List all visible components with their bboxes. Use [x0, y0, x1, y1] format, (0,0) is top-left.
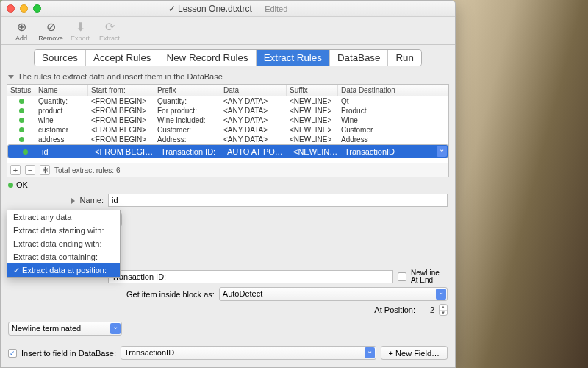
export-icon: ⬇: [76, 20, 85, 35]
add-row-button[interactable]: +: [10, 165, 21, 175]
remove-button[interactable]: ⊘ Remove: [36, 20, 65, 42]
col-header[interactable]: Status: [7, 85, 35, 96]
table-row[interactable]: product<FROM BEGIN>For product:<ANY DATA…: [7, 106, 448, 116]
tab-accept-rules[interactable]: Accept Rules: [86, 50, 159, 66]
newline-at-end-label: NewLine At End: [411, 269, 448, 284]
no-entry-icon: ⊘: [46, 20, 56, 35]
window-title: ✓ Lesson One.dtxtrct — Edited: [1, 4, 455, 14]
rule-count: Total extract rules: 6: [54, 166, 120, 174]
at-position-label: At Position:: [374, 305, 415, 314]
gear-icon[interactable]: ✻: [40, 165, 50, 175]
db-field-select[interactable]: TransactionID: [121, 346, 376, 360]
table-row[interactable]: address<FROM BEGIN>Address:<ANY DATA><NE…: [7, 135, 448, 144]
col-header[interactable]: Suffix: [287, 85, 338, 96]
menu-item[interactable]: Extract data containing:: [7, 250, 120, 263]
app-window: ✓ Lesson One.dtxtrct — Edited ⊕ Add ⊘ Re…: [0, 0, 456, 368]
table-row[interactable]: wine<FROM BEGIN>Wine included:<ANY DATA>…: [7, 116, 448, 125]
tab-database[interactable]: DataBase: [330, 50, 389, 66]
menu-item[interactable]: Extract data ending with:: [7, 237, 120, 250]
newline-at-end-checkbox[interactable]: [398, 272, 406, 281]
col-header[interactable]: Data Destination: [338, 85, 426, 96]
close-icon[interactable]: [7, 4, 15, 13]
new-field-button[interactable]: + New Field…: [381, 346, 448, 360]
col-header[interactable]: Start from:: [88, 85, 154, 96]
insert-to-db-label: Insert to field in DataBase:: [21, 349, 116, 358]
menu-item[interactable]: Extract data at position:: [7, 263, 120, 277]
menu-item[interactable]: Extract data starting with:: [7, 224, 120, 237]
col-header[interactable]: Name: [35, 85, 88, 96]
status-ok-icon: [8, 183, 13, 188]
prefix-field[interactable]: [108, 270, 393, 283]
rules-table[interactable]: StatusNameStart from:PrefixDataSuffixDat…: [7, 84, 449, 163]
name-label: Name:: [8, 196, 104, 205]
get-item-select[interactable]: AutoDetect: [219, 287, 448, 301]
extract-button[interactable]: ⟳ Extract: [95, 20, 124, 42]
position-stepper[interactable]: ▲▼: [439, 304, 448, 316]
minimize-icon[interactable]: [20, 4, 28, 13]
insert-to-db-checkbox[interactable]: [8, 349, 17, 358]
name-field[interactable]: [108, 194, 448, 207]
export-button[interactable]: ⬇ Export: [65, 20, 95, 42]
remove-row-button[interactable]: −: [25, 165, 35, 175]
table-footer: + − ✻ Total extract rules: 6: [7, 163, 449, 177]
zoom-icon[interactable]: [33, 4, 41, 13]
table-row[interactable]: customer<FROM BEGIN>Customer:<ANY DATA><…: [7, 125, 448, 135]
menu-item[interactable]: Extract any data: [7, 210, 120, 224]
table-row[interactable]: id<FROM BEGIN>Transaction ID:AUTO AT PO……: [7, 144, 448, 158]
toolbar: ⊕ Add ⊘ Remove ⬇ Export ⟳ Extract: [1, 17, 455, 45]
terminator-select[interactable]: Newline terminated: [8, 322, 122, 336]
disclosure-right-icon[interactable]: [71, 198, 75, 204]
table-row[interactable]: Quantity:<FROM BEGIN>Quantity:<ANY DATA>…: [7, 96, 448, 106]
section-caption: The rules to extract data and insert the…: [7, 69, 449, 84]
at-position-value: 2: [420, 305, 434, 314]
ok-label: OK: [16, 180, 28, 189]
plus-circle-icon: ⊕: [17, 20, 26, 35]
disclosure-down-icon[interactable]: [8, 75, 14, 79]
get-item-label: Get item inside block as:: [126, 290, 215, 299]
tab-run[interactable]: Run: [388, 50, 420, 66]
tab-sources[interactable]: Sources: [35, 50, 86, 66]
extract-mode-menu[interactable]: Extract any dataExtract data starting wi…: [7, 210, 121, 278]
refresh-icon: ⟳: [105, 20, 115, 35]
tab-bar: SourcesAccept RulesNew Record RulesExtra…: [1, 45, 455, 69]
titlebar[interactable]: ✓ Lesson One.dtxtrct — Edited: [1, 1, 455, 17]
tab-new-record-rules[interactable]: New Record Rules: [159, 50, 257, 66]
col-header[interactable]: Prefix: [154, 85, 220, 96]
add-button[interactable]: ⊕ Add: [7, 20, 36, 42]
col-header[interactable]: Data: [220, 85, 287, 96]
tab-extract-rules[interactable]: Extract Rules: [257, 50, 330, 66]
